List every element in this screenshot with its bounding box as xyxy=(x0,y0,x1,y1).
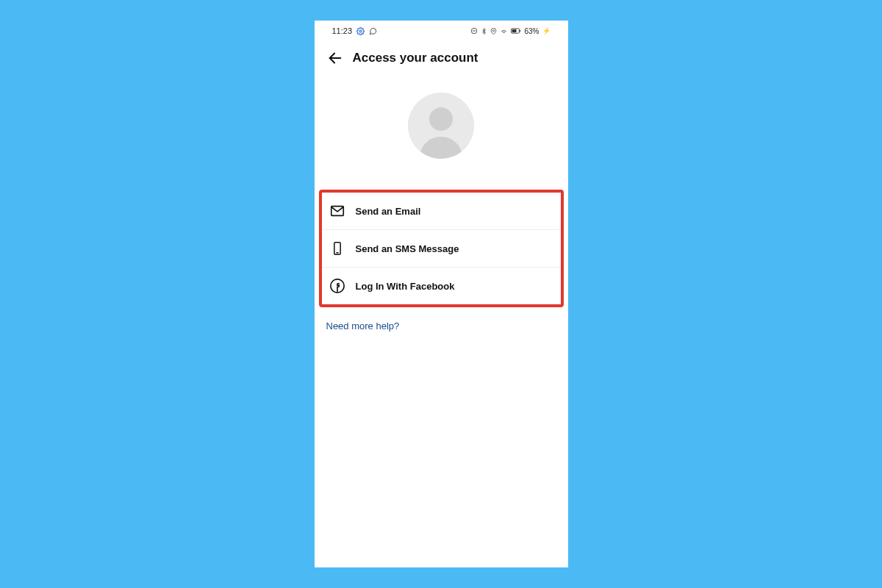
person-icon xyxy=(408,93,474,159)
back-button[interactable] xyxy=(323,46,347,70)
nav-bar: Access your account xyxy=(315,41,568,75)
whatsapp-icon xyxy=(369,27,377,35)
svg-rect-6 xyxy=(520,29,520,32)
option-label: Send an SMS Message xyxy=(356,243,459,254)
wifi-icon xyxy=(500,27,508,35)
svg-point-3 xyxy=(493,29,495,31)
avatar-section xyxy=(315,93,568,159)
settings-gear-icon xyxy=(356,27,365,35)
send-email-option[interactable]: Send an Email xyxy=(322,193,561,229)
svg-rect-7 xyxy=(512,29,517,32)
phone-frame: 11:23 xyxy=(315,21,568,567)
dnd-icon xyxy=(470,27,478,35)
location-icon xyxy=(490,28,497,35)
login-facebook-option[interactable]: Log In With Facebook xyxy=(322,267,561,304)
phone-icon xyxy=(329,240,345,257)
option-label: Send an Email xyxy=(356,206,421,217)
status-left: 11:23 xyxy=(332,26,378,35)
page-title: Access your account xyxy=(353,51,478,65)
bluetooth-icon xyxy=(481,28,487,35)
charging-icon: ⚡ xyxy=(542,27,551,35)
option-label: Log In With Facebook xyxy=(356,281,455,292)
options-highlight-box: Send an Email Send an SMS Message Log In… xyxy=(319,190,564,307)
status-bar: 11:23 xyxy=(315,21,568,41)
svg-point-0 xyxy=(359,30,362,32)
avatar-placeholder xyxy=(408,93,474,159)
envelope-icon xyxy=(329,203,345,219)
arrow-left-icon xyxy=(327,50,343,66)
svg-point-10 xyxy=(429,107,453,131)
status-time: 11:23 xyxy=(332,26,353,35)
send-sms-option[interactable]: Send an SMS Message xyxy=(322,229,561,267)
battery-icon xyxy=(511,27,521,35)
status-right: 63% ⚡ xyxy=(470,27,550,35)
battery-text: 63% xyxy=(524,27,539,35)
need-more-help-link[interactable]: Need more help? xyxy=(326,320,556,331)
facebook-icon xyxy=(329,278,345,294)
